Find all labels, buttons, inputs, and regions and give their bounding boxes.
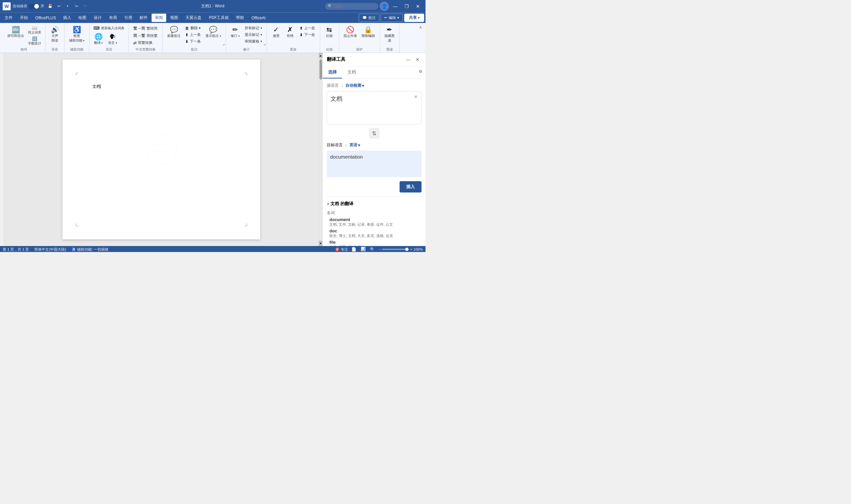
ribbon-btn-simptrad-convert[interactable]: ⇄ 简繁转换: [131, 39, 160, 46]
source-input-area[interactable]: 文档 ✕: [327, 91, 421, 124]
menu-cloud[interactable]: 天翼云盘: [182, 14, 205, 22]
panel-settings-btn[interactable]: ⚙: [416, 67, 426, 76]
ribbon-btn-track-changes[interactable]: ✏ 修订 ▾: [229, 25, 242, 39]
restore-button[interactable]: ❐: [402, 1, 412, 11]
edit-button[interactable]: ✏ 编辑 ▾: [381, 14, 403, 22]
document-area[interactable]: 文档 i33综合社区 www.i33h.com: [4, 53, 319, 246]
ribbon-btn-next-change[interactable]: ⬇ 下一处: [297, 32, 317, 38]
menu-references[interactable]: 引用: [121, 14, 135, 22]
source-lang-row: 源语言 ： 自动检测 ▾: [327, 83, 421, 88]
close-button[interactable]: ✕: [413, 1, 423, 11]
doc-vscrollbar[interactable]: ▲ ▼: [319, 53, 323, 246]
comments-group-expand[interactable]: ↗: [222, 43, 225, 47]
ribbon-btn-new-comment[interactable]: 💬 新建批注: [165, 25, 182, 39]
panel-close-btn[interactable]: ✕: [414, 55, 421, 64]
menu-mailings[interactable]: 邮件: [136, 14, 151, 22]
minimize-button[interactable]: —: [390, 1, 400, 11]
ribbon-group-accessibility: ♿ 检查辅助功能 ▾ 辅助功能: [65, 24, 89, 53]
target-output-area: documentation: [327, 150, 421, 177]
ribbon-btn-restrict-editing[interactable]: 🔒 限制编辑: [360, 25, 377, 39]
ribbon-btn-readloud[interactable]: 🔊 大声朗读: [48, 25, 61, 44]
scrollbar-down-btn[interactable]: ▼: [319, 241, 323, 246]
menu-officeai[interactable]: OfficeAI: [248, 14, 269, 22]
chevron-icon: ∧: [327, 202, 329, 206]
panel-minimize-btn[interactable]: —: [404, 55, 412, 64]
customize-qa[interactable]: ⋯: [81, 2, 89, 10]
menu-pdf[interactable]: PDF工具箱: [205, 14, 232, 22]
ribbon-btn-spelling[interactable]: 🔤 拼写和语法: [5, 25, 26, 39]
doc-text: 文档: [92, 84, 101, 89]
focus-mode-btn[interactable]: 🎯 专注: [335, 247, 348, 252]
swap-languages-btn[interactable]: ⇅: [369, 128, 379, 138]
statusbar-right: 🎯 专注 📄 📊 🔍 − + 100%: [335, 246, 423, 252]
view-print-btn[interactable]: 📄: [351, 246, 357, 252]
scrollbar-up-btn[interactable]: ▲: [319, 53, 323, 58]
redo-button[interactable]: ↪: [72, 2, 80, 10]
ribbon-btn-wordcount[interactable]: 🔢 字数统计: [26, 36, 42, 47]
ribbon-btn-next-comment[interactable]: ⬇ 下一条: [183, 38, 203, 44]
target-lang-row: 目标语言 ： 英语 ▾: [327, 142, 421, 148]
doc-translation-header: ∧ 文档 的翻译: [327, 199, 421, 210]
document-content[interactable]: 文档: [92, 84, 236, 89]
undo-button[interactable]: ↩: [55, 2, 63, 10]
comment-button[interactable]: 💬 批注: [359, 14, 379, 22]
target-lang-value[interactable]: 英语 ▾: [349, 142, 360, 148]
tab-document[interactable]: 文档: [342, 67, 361, 78]
menu-help[interactable]: 帮助: [233, 14, 247, 22]
ribbon-btn-show-comments[interactable]: 💬 显示批注 ▾: [203, 25, 223, 39]
ribbon-collapse-btn[interactable]: ∧: [418, 24, 423, 30]
autosave-toggle[interactable]: [29, 4, 39, 9]
language-info[interactable]: 简体中文(中国大陆): [34, 247, 66, 252]
ribbon-btn-block-authors[interactable]: 🚫 阻止作者: [342, 25, 359, 39]
pos-entry-doc: doc 医生, 博士, 文档, 大夫, 多克, 道格, 达克: [329, 228, 421, 238]
user-avatar[interactable]: 👤: [380, 2, 389, 11]
track-changes-group-expand[interactable]: ↗: [263, 43, 266, 47]
ribbon-btn-hide-ink[interactable]: ✒ 隐藏墨迹: [383, 25, 397, 44]
menu-officeplus[interactable]: OfficePLUS: [32, 14, 59, 22]
scrollbar-thumb[interactable]: [320, 59, 322, 79]
word-app-icon: W: [3, 2, 11, 10]
ribbon-btn-reviewing-pane[interactable]: 审阅窗格 ▾: [243, 38, 264, 44]
menu-draw[interactable]: 绘图: [75, 14, 90, 22]
menu-view[interactable]: 视图: [167, 14, 181, 22]
scrollbar-track[interactable]: [319, 58, 323, 241]
ribbon-btn-update-ime[interactable]: ⌨ 更新输入法词典: [92, 25, 126, 31]
ribbon-btn-accessibility[interactable]: ♿ 检查辅助功能 ▾: [67, 25, 87, 44]
accessibility-status: ♿ 辅助功能: 一切就绪: [71, 247, 108, 252]
ribbon-btn-language[interactable]: 🗣 语言 ▾: [106, 32, 119, 47]
view-web-btn[interactable]: 📊: [360, 246, 367, 252]
ribbon-btn-show-markup[interactable]: 显示标记 ▾: [243, 32, 264, 38]
share-button[interactable]: 共享 ▾: [404, 14, 424, 22]
zoom-percent[interactable]: 100%: [414, 247, 423, 251]
titlebar-right: 🔍 👤 — ❐ ✕: [318, 1, 423, 11]
view-read-btn[interactable]: 🔍: [369, 246, 376, 252]
menu-review[interactable]: 审阅: [151, 14, 166, 22]
menu-design[interactable]: 设计: [90, 14, 105, 22]
ribbon-btn-thesaurus[interactable]: 📖 同义词库: [26, 25, 42, 36]
ribbon-btn-trad-to-simp[interactable]: 繁→简 繁转简: [131, 25, 160, 32]
ribbon-btn-compare[interactable]: ⇆ 比较: [323, 25, 336, 39]
menu-insert[interactable]: 插入: [60, 14, 74, 22]
text-cursor: [101, 84, 101, 89]
ribbon-btn-simp-to-trad[interactable]: 简→繁 简转繁: [131, 32, 160, 39]
menu-home[interactable]: 开始: [17, 14, 31, 22]
source-clear-btn[interactable]: ✕: [413, 93, 419, 100]
menu-file[interactable]: 文件: [1, 14, 16, 22]
ribbon-btn-all-markup[interactable]: 所有标记 ▾: [243, 25, 264, 31]
ribbon-btn-prev-comment[interactable]: ⬆ 上一条: [183, 32, 203, 38]
source-lang-value[interactable]: 自动检测 ▾: [345, 83, 364, 88]
zoom-in-btn[interactable]: +: [410, 247, 412, 251]
ribbon-btn-translate[interactable]: 🌐 翻译 ▾: [92, 32, 105, 47]
search-input[interactable]: [325, 3, 378, 10]
undo-arrow[interactable]: ▾: [64, 2, 71, 10]
ribbon-btn-accept[interactable]: ✓ 接受: [270, 25, 283, 39]
menu-layout[interactable]: 布局: [106, 14, 120, 22]
ribbon-btn-delete-comment[interactable]: 🗑 删除 ▾: [183, 25, 203, 31]
tab-selection[interactable]: 选择: [323, 67, 342, 78]
ribbon-btn-prev-change[interactable]: ⬆ 上一处: [297, 25, 317, 31]
insert-translation-btn[interactable]: 插入: [400, 181, 421, 193]
save-button[interactable]: 💾: [46, 2, 54, 10]
zoom-out-btn[interactable]: −: [379, 247, 381, 251]
ribbon-btn-reject[interactable]: ✗ 拒绝: [284, 25, 297, 39]
zoom-slider[interactable]: [382, 249, 409, 250]
